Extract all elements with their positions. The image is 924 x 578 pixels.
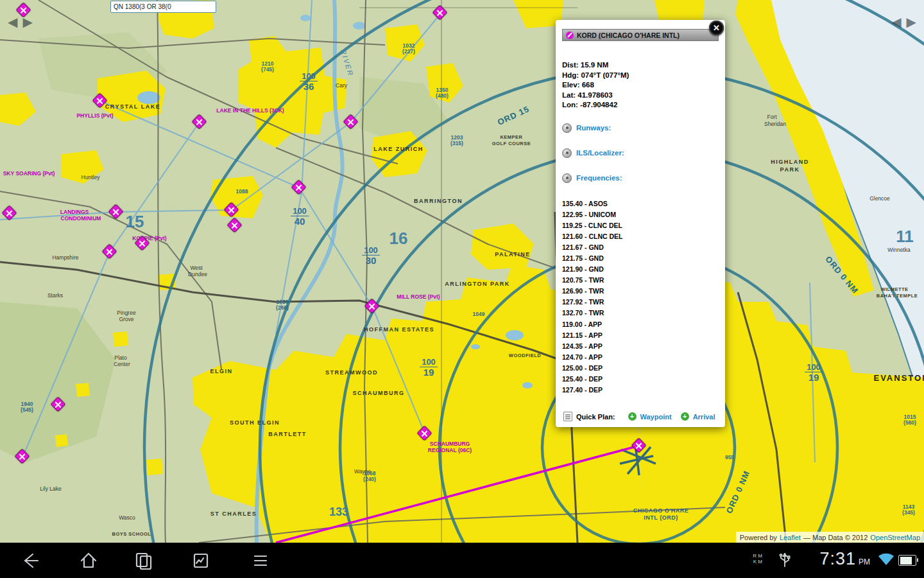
airport-icon [566,31,574,39]
airport-info-list: Dist: 15.9 NMHdg: 074°T (077°M)Elev: 668… [562,60,719,110]
airport-info-popup: KORD (CHICAGO O'HARE INTL) ✕ Dist: 15.9 … [556,20,725,427]
sectional-chart-art [0,0,924,543]
expand-toggle-icon[interactable] [562,123,572,133]
frequency-line: 126.90 - TWR [562,286,719,297]
expand-toggle-icon[interactable] [562,173,572,183]
airport-info-line: Hdg: 074°T (077°M) [562,71,719,81]
frequency-line: 121.60 - CLNC DEL [562,231,719,242]
section-link[interactable]: Frequencies: [576,174,622,182]
frequency-line: 121.67 - GND [562,242,719,253]
clock: 7:31 PM [819,549,870,569]
frequency-line: 127.92 - TWR [562,297,719,308]
home-button[interactable] [74,549,103,572]
airport-sections: Runways:ILS/Localizer:Frequencies: [562,123,719,183]
frequency-line: 122.95 - UNICOM [562,209,719,220]
network-indicator: R M K M [753,553,762,565]
status-area[interactable]: R M K M 7:31 PM [712,543,924,578]
frequency-line: 125.40 - DEP [562,374,719,385]
popup-title: KORD (CHICAGO O'HARE INTL) [577,31,680,39]
section-link[interactable]: Runways: [576,124,611,132]
section-link[interactable]: ILS/Localizer: [576,149,624,157]
frequency-line: 121.90 - GND [562,264,719,275]
frequency-list: 135.40 - ASOS122.95 - UNICOM119.25 - CLN… [562,198,719,396]
frequency-line: 121.15 - APP [562,330,719,341]
openstreetmap-link[interactable]: OpenStreetMap [870,534,920,541]
screenshot-button[interactable] [187,549,215,572]
frequency-line: 135.40 - ASOS [562,198,719,209]
add-arrival-icon[interactable]: + [681,412,689,421]
add-waypoint-icon[interactable]: + [628,412,637,421]
section-runways[interactable]: Runways: [562,123,719,133]
frequency-line: 119.25 - CLNC DEL [562,220,719,231]
chevron-left-icon[interactable]: ◀ [8,14,17,30]
airport-info-line: Lat: 41.978603 [562,91,719,101]
map-attribution: Powered by Leaflet — Map Data © 2012 Ope… [736,532,924,543]
frequency-line: 132.70 - TWR [562,308,719,319]
airport-info-line: Lon: -87.904842 [562,100,719,110]
leaflet-link[interactable]: Leaflet [780,534,801,541]
quick-plan-label: Quick Plan: [576,413,615,421]
time-text: 7:31 [819,549,856,569]
right-panel-pull-tab[interactable]: ◀▶ [891,14,916,30]
section-ils-localizer[interactable]: ILS/Localizer: [562,148,719,158]
add-waypoint-button[interactable]: Waypoint [640,413,672,421]
left-panel-pull-tab[interactable]: ◀▶ [8,14,33,30]
recent-apps-button[interactable] [129,549,157,572]
chevron-right-icon[interactable]: ▶ [907,14,916,30]
wifi-icon [878,552,894,566]
menu-icon [250,550,271,572]
back-button[interactable] [15,549,44,572]
screenshot-icon [190,550,212,572]
back-icon [19,550,40,572]
omni-search-input[interactable] [110,1,216,13]
frequency-line: 120.75 - TWR [562,275,719,286]
menu-button[interactable] [246,549,275,572]
battery-icon [898,555,916,566]
frequency-line: 121.75 - GND [562,253,719,264]
chevron-left-icon[interactable]: ◀ [891,14,901,30]
frequency-line: 124.35 - APP [562,341,719,352]
frequency-line: 125.00 - DEP [562,363,719,374]
map-canvas[interactable]: CRYSTAL LAKELAKE ZURICHBARRINGTONPALATIN… [0,0,924,543]
airport-info-line: Elev: 668 [562,80,719,91]
popup-footer: Quick Plan: + Waypoint + Arrival [563,412,719,421]
ampm-text: PM [859,557,870,566]
home-icon [78,550,99,572]
airport-info-line: Dist: 15.9 NM [562,60,719,71]
section-frequencies[interactable]: Frequencies: [562,173,719,183]
quick-plan-icon [563,412,572,421]
attribution-text: Powered by [740,534,777,541]
chevron-right-icon[interactable]: ▶ [22,14,32,30]
frequency-line: 119.00 - APP [562,319,719,330]
attribution-text: — Map Data © 2012 [803,534,868,541]
android-system-bar: R M K M 7:31 PM [0,543,924,578]
frequency-line: 124.70 - APP [562,352,719,363]
usb-icon [779,552,791,568]
recent-apps-icon [132,550,154,572]
close-icon[interactable]: ✕ [709,21,724,35]
popup-header: KORD (CHICAGO O'HARE INTL) [562,29,719,41]
add-arrival-button[interactable]: Arrival [693,413,715,421]
expand-toggle-icon[interactable] [562,148,572,158]
frequency-line: 127.40 - DEP [562,385,719,396]
